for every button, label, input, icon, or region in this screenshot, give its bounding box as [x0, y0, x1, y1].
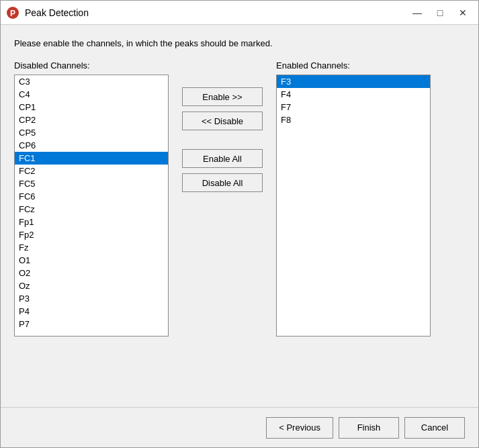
finish-button[interactable]: Finish — [339, 417, 399, 439]
disable-button[interactable]: << Disable — [182, 111, 263, 130]
list-item[interactable]: Fp1 — [15, 216, 168, 228]
window-controls: — □ ✕ — [407, 5, 473, 20]
list-item[interactable]: CP1 — [15, 101, 168, 114]
instruction-text: Please enable the channels, in which the… — [14, 38, 465, 48]
list-item[interactable]: O2 — [15, 267, 168, 279]
panels-container: Disabled Channels: C3C4CP1CP2CP5CP6FC1FC… — [14, 60, 465, 394]
enabled-channels-list[interactable]: F3F4F7F8 — [276, 75, 431, 337]
enable-all-button[interactable]: Enable All — [182, 149, 263, 168]
app-icon: P — [6, 6, 19, 19]
list-item[interactable]: CP2 — [15, 114, 168, 126]
list-item[interactable]: Oz — [15, 279, 168, 292]
list-item[interactable]: CP6 — [15, 139, 168, 152]
list-item[interactable]: C3 — [15, 75, 168, 88]
list-item[interactable]: Fz — [15, 241, 168, 254]
list-item[interactable]: P4 — [15, 305, 168, 318]
list-item[interactable]: FC1 — [15, 152, 168, 165]
list-item[interactable]: FC2 — [15, 165, 168, 177]
disabled-channels-list[interactable]: C3C4CP1CP2CP5CP6FC1FC2FC5FC6FCzFp1Fp2FzO… — [14, 75, 169, 337]
list-item[interactable]: F4 — [277, 88, 430, 101]
main-window: P Peak Detection — □ ✕ Please enable the… — [0, 0, 479, 448]
svg-text:P: P — [10, 9, 15, 18]
cancel-button[interactable]: Cancel — [404, 417, 465, 439]
list-item[interactable]: C4 — [15, 88, 168, 101]
list-item[interactable]: F3 — [277, 75, 430, 88]
minimize-button[interactable]: — — [407, 5, 427, 20]
disable-all-button[interactable]: Disable All — [182, 173, 263, 192]
list-item[interactable]: FC6 — [15, 190, 168, 203]
maximize-button[interactable]: □ — [430, 5, 450, 20]
close-button[interactable]: ✕ — [453, 5, 473, 20]
list-item[interactable]: FCz — [15, 203, 168, 216]
list-item[interactable]: P3 — [15, 292, 168, 305]
enabled-panel-label: Enabled Channels: — [276, 60, 431, 71]
list-item[interactable]: CP5 — [15, 126, 168, 139]
dialog-footer: < Previous Finish Cancel — [1, 407, 478, 447]
dialog-content: Please enable the channels, in which the… — [1, 25, 478, 400]
enabled-channels-panel: Enabled Channels: F3F4F7F8 — [276, 60, 431, 337]
list-item[interactable]: Fp2 — [15, 228, 168, 241]
previous-button[interactable]: < Previous — [266, 417, 333, 439]
list-item[interactable]: O1 — [15, 254, 168, 267]
list-item[interactable]: P7 — [15, 318, 168, 330]
window-title: Peak Detection — [25, 7, 407, 18]
list-item[interactable]: F7 — [277, 101, 430, 114]
bulk-buttons: Enable All Disable All — [182, 149, 263, 192]
enable-button[interactable]: Enable >> — [182, 87, 263, 106]
disabled-panel-label: Disabled Channels: — [14, 60, 169, 71]
list-item[interactable]: FC5 — [15, 177, 168, 190]
transfer-buttons: Enable >> << Disable Enable All Disable … — [169, 60, 276, 192]
disabled-channels-panel: Disabled Channels: C3C4CP1CP2CP5CP6FC1FC… — [14, 60, 169, 337]
title-bar: P Peak Detection — □ ✕ — [1, 1, 478, 25]
list-item[interactable]: F8 — [277, 114, 430, 126]
